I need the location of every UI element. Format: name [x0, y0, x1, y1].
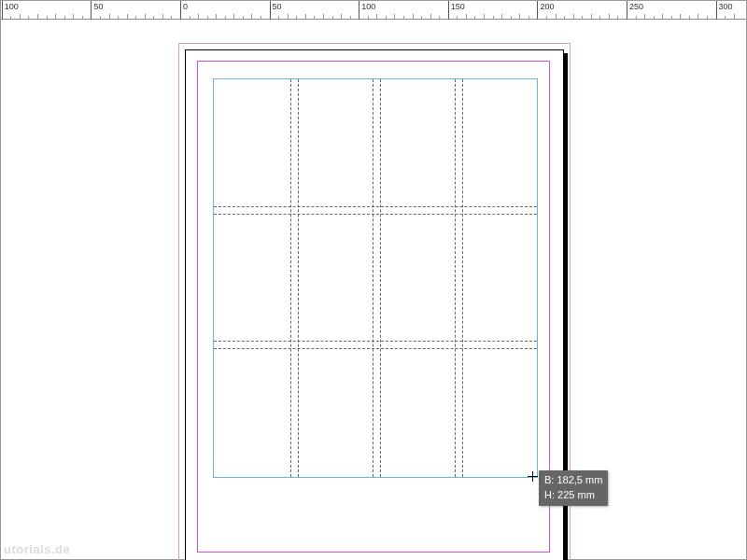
ruler-minor-tick [501, 14, 502, 20]
ruler-sub-tick [725, 16, 726, 20]
ruler-minor-tick [734, 14, 735, 20]
tooltip-height: H: 225 mm [544, 488, 602, 503]
ruler-sub-tick [28, 16, 29, 20]
ruler-sub-tick [564, 16, 565, 20]
ruler-major-tick: 50 [270, 1, 271, 20]
ruler-sub-tick [47, 16, 48, 20]
ruler-minor-tick [430, 14, 431, 20]
ruler-minor-tick [591, 14, 592, 20]
row-guide [214, 214, 537, 215]
ruler-sub-tick [243, 16, 244, 20]
ruler-minor-tick [37, 14, 38, 20]
ruler-minor-tick [251, 14, 252, 20]
transform-tooltip: B: 182,5 mm H: 225 mm [539, 470, 608, 506]
ruler-minor-tick [127, 14, 128, 20]
ruler-minor-tick [341, 14, 342, 20]
row-guide [214, 206, 537, 207]
ruler-label: 0 [183, 2, 188, 11]
ruler-major-tick: 300 [716, 1, 717, 20]
ruler-major-tick: 200 [537, 1, 538, 20]
horizontal-ruler[interactable]: 10050050100150200250300 [1, 1, 746, 20]
ruler-minor-tick [20, 14, 21, 20]
ruler-label: 50 [93, 2, 103, 11]
ruler-label: 200 [540, 2, 554, 11]
ruler-minor-tick [573, 14, 574, 20]
ruler-sub-tick [296, 16, 297, 20]
row-guide [214, 348, 537, 349]
ruler-sub-tick [599, 16, 600, 20]
ruler-sub-tick [278, 16, 279, 20]
ruler-sub-tick [332, 16, 333, 20]
ruler-minor-tick [73, 14, 74, 20]
ruler-sub-tick [118, 16, 119, 20]
ruler-sub-tick [707, 16, 708, 20]
ruler-minor-tick [216, 14, 217, 20]
ruler-minor-tick [305, 14, 306, 20]
ruler-sub-tick [457, 16, 458, 20]
ruler-sub-tick [582, 16, 583, 20]
ruler-sub-tick [225, 16, 226, 20]
column-guide [298, 79, 299, 477]
ruler-sub-tick [171, 16, 172, 20]
column-guide [373, 79, 374, 477]
ruler-minor-tick [109, 14, 110, 20]
ruler-sub-tick [153, 16, 154, 20]
ruler-label: 100 [361, 2, 375, 11]
ruler-sub-tick [64, 16, 65, 20]
ruler-sub-tick [403, 16, 404, 20]
row-guide [214, 341, 537, 342]
ruler-sub-tick [617, 16, 618, 20]
ruler-minor-tick [376, 14, 377, 20]
ruler-major-tick: 100 [359, 1, 359, 20]
ruler-sub-tick [350, 16, 351, 20]
ruler-sub-tick [82, 16, 83, 20]
ruler-major-tick: 0 [180, 1, 181, 20]
ruler-sub-tick [546, 16, 547, 20]
ruler-minor-tick [519, 14, 520, 20]
watermark: utorials.de [4, 542, 70, 556]
ruler-major-tick: 150 [448, 1, 449, 20]
ruler-major-tick: 250 [627, 1, 627, 20]
ruler-sub-tick [190, 16, 190, 20]
ruler-sub-tick [654, 16, 655, 20]
ruler-minor-tick [644, 14, 645, 20]
ruler-minor-tick [680, 14, 681, 20]
ruler-label: 150 [451, 2, 465, 11]
ruler-minor-tick [394, 14, 395, 20]
ruler-minor-tick [698, 14, 698, 20]
ruler-minor-tick [233, 14, 234, 20]
ruler-minor-tick [413, 14, 414, 20]
ruler-minor-tick [662, 14, 663, 20]
ruler-label: 100 [5, 2, 19, 11]
ruler-minor-tick [145, 14, 146, 20]
ruler-minor-tick [288, 14, 289, 20]
text-frame[interactable] [213, 78, 538, 478]
ruler-sub-tick [100, 16, 101, 20]
ruler-minor-tick [198, 14, 199, 20]
ruler-sub-tick [314, 16, 315, 20]
column-guide [455, 79, 456, 477]
ruler-sub-tick [636, 16, 637, 20]
ruler-sub-tick [421, 16, 422, 20]
ruler-sub-tick [207, 16, 208, 20]
ruler-sub-tick [474, 16, 475, 20]
ruler-sub-tick [529, 16, 529, 20]
ruler-label: 250 [629, 2, 643, 11]
ruler-major-tick: 100 [2, 1, 3, 20]
column-guide [380, 79, 381, 477]
ruler-sub-tick [689, 16, 690, 20]
ruler-minor-tick [466, 14, 467, 20]
ruler-sub-tick [135, 16, 136, 20]
ruler-minor-tick [323, 14, 324, 20]
app-viewport: 10050050100150200250300 B: 182,5 mm H: 2… [0, 0, 747, 560]
ruler-minor-tick [484, 14, 485, 20]
ruler-sub-tick [493, 16, 494, 20]
column-guide [462, 79, 463, 477]
pasteboard[interactable]: B: 182,5 mm H: 225 mm utorials.de [1, 20, 746, 559]
ruler-label: 300 [719, 2, 733, 11]
ruler-sub-tick [439, 16, 440, 20]
ruler-minor-tick [609, 14, 610, 20]
ruler-major-tick: 50 [91, 1, 92, 20]
ruler-minor-tick [162, 14, 163, 20]
ruler-sub-tick [671, 16, 672, 20]
